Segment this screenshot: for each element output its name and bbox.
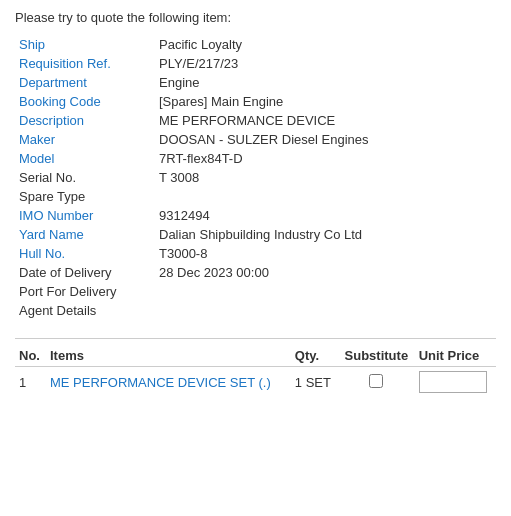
info-row: Hull No.T3000-8 — [15, 244, 496, 263]
column-header: Substitute — [338, 345, 415, 367]
info-label: Hull No. — [15, 244, 155, 263]
info-row: ShipPacific Loyalty — [15, 35, 496, 54]
info-value — [155, 187, 496, 206]
info-label: Booking Code — [15, 92, 155, 111]
info-label: IMO Number — [15, 206, 155, 225]
info-row: Agent Details — [15, 301, 496, 320]
info-label: Agent Details — [15, 301, 155, 320]
info-label: Port For Delivery — [15, 282, 155, 301]
info-row: Requisition Ref.PLY/E/217/23 — [15, 54, 496, 73]
item-qty: 1 SET — [291, 367, 338, 398]
info-row: Booking Code[Spares] Main Engine — [15, 92, 496, 111]
substitute-checkbox[interactable] — [369, 374, 383, 388]
info-row: DescriptionME PERFORMANCE DEVICE — [15, 111, 496, 130]
item-name: ME PERFORMANCE DEVICE SET (.) — [46, 367, 291, 398]
info-value: PLY/E/217/23 — [155, 54, 496, 73]
column-header: No. — [15, 345, 46, 367]
info-row: DepartmentEngine — [15, 73, 496, 92]
info-label: Department — [15, 73, 155, 92]
info-label: Description — [15, 111, 155, 130]
info-row: MakerDOOSAN - SULZER Diesel Engines — [15, 130, 496, 149]
info-value: T 3008 — [155, 168, 496, 187]
info-value: [Spares] Main Engine — [155, 92, 496, 111]
info-value: Engine — [155, 73, 496, 92]
table-row: 1ME PERFORMANCE DEVICE SET (.)1 SET — [15, 367, 496, 398]
item-unit-price[interactable] — [415, 367, 496, 398]
info-value: DOOSAN - SULZER Diesel Engines — [155, 130, 496, 149]
info-label: Yard Name — [15, 225, 155, 244]
info-label: Maker — [15, 130, 155, 149]
column-header: Unit Price — [415, 345, 496, 367]
item-substitute[interactable] — [338, 367, 415, 398]
info-row: Date of Delivery28 Dec 2023 00:00 — [15, 263, 496, 282]
column-header: Qty. — [291, 345, 338, 367]
info-label: Ship — [15, 35, 155, 54]
unit-price-input[interactable] — [419, 371, 487, 393]
items-table: No.ItemsQty.SubstituteUnit Price 1ME PER… — [15, 345, 496, 397]
info-row: IMO Number9312494 — [15, 206, 496, 225]
info-value — [155, 301, 496, 320]
info-label: Model — [15, 149, 155, 168]
intro-text: Please try to quote the following item: — [15, 10, 496, 25]
info-label: Date of Delivery — [15, 263, 155, 282]
info-value: ME PERFORMANCE DEVICE — [155, 111, 496, 130]
info-label: Spare Type — [15, 187, 155, 206]
info-value: 9312494 — [155, 206, 496, 225]
info-row: Spare Type — [15, 187, 496, 206]
info-value — [155, 282, 496, 301]
column-header: Items — [46, 345, 291, 367]
info-row: Model7RT-flex84T-D — [15, 149, 496, 168]
info-value: Dalian Shipbuilding Industry Co Ltd — [155, 225, 496, 244]
info-table: ShipPacific LoyaltyRequisition Ref.PLY/E… — [15, 35, 496, 320]
section-divider — [15, 338, 496, 339]
info-value: 28 Dec 2023 00:00 — [155, 263, 496, 282]
info-label: Requisition Ref. — [15, 54, 155, 73]
item-no: 1 — [15, 367, 46, 398]
info-row: Yard NameDalian Shipbuilding Industry Co… — [15, 225, 496, 244]
info-value: T3000-8 — [155, 244, 496, 263]
info-row: Serial No.T 3008 — [15, 168, 496, 187]
info-row: Port For Delivery — [15, 282, 496, 301]
info-value: 7RT-flex84T-D — [155, 149, 496, 168]
info-value: Pacific Loyalty — [155, 35, 496, 54]
info-label: Serial No. — [15, 168, 155, 187]
